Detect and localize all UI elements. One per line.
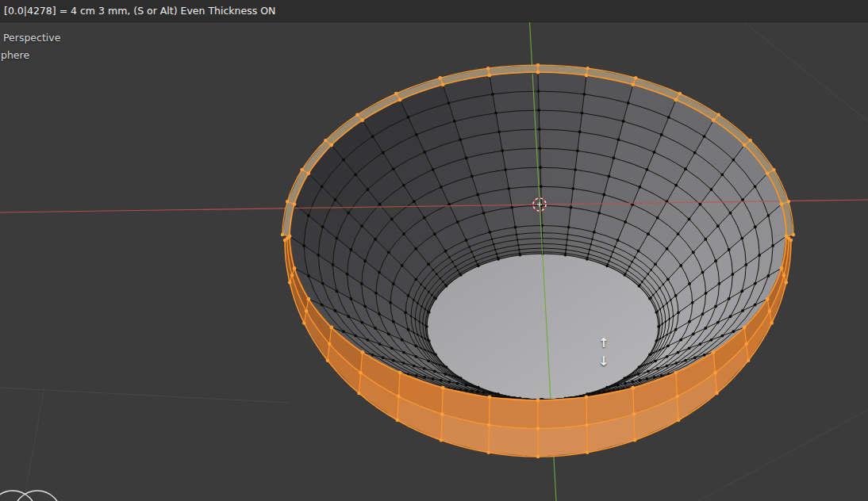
- viewport-3d[interactable]: Perspective phere ↑ ↓: [0, 22, 868, 501]
- modal-arrow-up-icon: ↑: [598, 335, 609, 350]
- mesh-scene-svg: [0, 22, 868, 501]
- view-perspective-label: Perspective: [3, 32, 60, 44]
- object-name-label: phere: [1, 49, 29, 61]
- modal-status-bar: [0.0|4278] = 4 cm 3 mm, (S or Alt) Even …: [0, 0, 868, 22]
- modal-status-text: [0.0|4278] = 4 cm 3 mm, (S or Alt) Even …: [4, 5, 275, 17]
- modal-arrow-down-icon: ↓: [598, 354, 609, 369]
- blender-window: [0.0|4278] = 4 cm 3 mm, (S or Alt) Even …: [0, 0, 868, 501]
